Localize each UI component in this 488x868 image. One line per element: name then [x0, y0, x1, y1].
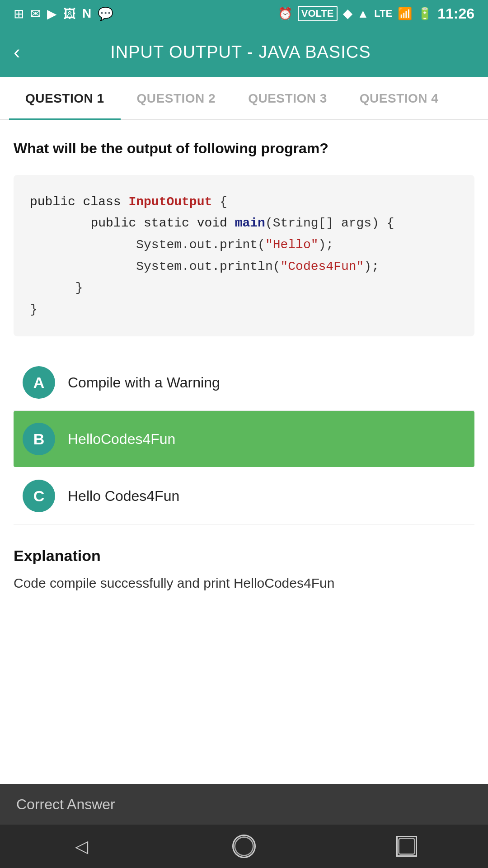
code-line-3: System.out.print("Hello");	[30, 234, 458, 256]
options-list: A Compile with a Warning B HelloCodes4Fu…	[14, 354, 474, 524]
code-line-2: public static void main(String[] args) {	[30, 212, 458, 234]
signal2-icon: 📶	[398, 7, 412, 21]
signal-icon: ▲	[357, 7, 369, 21]
option-b-text: HelloCodes4Fun	[68, 431, 175, 448]
svg-rect-1	[399, 839, 415, 854]
n-icon: N	[82, 6, 91, 21]
nav-back-button[interactable]: ◁	[63, 828, 99, 864]
nav-home-button[interactable]	[226, 828, 262, 864]
lte-icon: LTE	[374, 8, 392, 19]
correct-answer-bar[interactable]: Correct Answer	[0, 784, 488, 825]
photo-icon: 🖼	[63, 6, 76, 21]
option-c-badge: C	[23, 480, 55, 512]
explanation-text: Code compile successfully and print Hell…	[14, 573, 474, 593]
nav-recents-button[interactable]	[389, 828, 425, 864]
code-line-4: System.out.println("Codes4Fun");	[30, 256, 458, 278]
wifi-icon: ◆	[343, 7, 352, 21]
home-nav-icon	[232, 835, 256, 858]
code-line-5: }	[30, 277, 458, 299]
time-display: 11:26	[437, 5, 474, 22]
header-title: INPUT OUTPUT - JAVA BASICS	[34, 42, 474, 62]
content-area: What will be the output of following pro…	[0, 120, 488, 611]
explanation-section: Explanation Code compile successfully an…	[14, 547, 474, 593]
correct-answer-label: Correct Answer	[16, 796, 115, 813]
recents-nav-icon	[396, 836, 417, 857]
nav-bar: ◁	[0, 825, 488, 868]
mail-icon: ✉	[30, 6, 41, 21]
tabs-container: QUESTION 1 QUESTION 2 QUESTION 3 QUESTIO…	[0, 77, 488, 120]
code-line-6: }	[30, 299, 458, 321]
tab-question-2[interactable]: QUESTION 2	[121, 77, 232, 120]
status-icons-left: ⊞ ✉ ▶ 🖼 N 💬	[14, 6, 113, 21]
back-button[interactable]: ‹	[14, 42, 20, 62]
tab-question-4[interactable]: QUESTION 4	[343, 77, 455, 120]
grid-icon: ⊞	[14, 6, 24, 21]
msg-icon: 💬	[98, 6, 113, 21]
status-icons-right: ⏰ VOLTE ◆ ▲ LTE 📶 🔋 11:26	[278, 5, 474, 22]
question-text: What will be the output of following pro…	[14, 138, 474, 159]
volte-label: VOLTE	[298, 6, 338, 21]
tab-question-1[interactable]: QUESTION 1	[9, 77, 121, 120]
alarm-icon: ⏰	[278, 7, 292, 21]
option-a[interactable]: A Compile with a Warning	[14, 354, 474, 411]
code-block: public class InputOutput { public static…	[14, 175, 474, 337]
option-c-text: Hello Codes4Fun	[68, 488, 179, 505]
back-nav-icon: ◁	[75, 836, 88, 856]
status-bar: ⊞ ✉ ▶ 🖼 N 💬 ⏰ VOLTE ◆ ▲ LTE 📶 🔋 11:26	[0, 0, 488, 27]
option-c[interactable]: C Hello Codes4Fun	[14, 468, 474, 524]
explanation-title: Explanation	[14, 547, 474, 565]
option-a-text: Compile with a Warning	[68, 374, 220, 391]
code-line-1: public class InputOutput {	[30, 191, 458, 213]
svg-point-0	[235, 837, 253, 856]
option-b[interactable]: B HelloCodes4Fun	[14, 411, 474, 467]
youtube-icon: ▶	[47, 6, 57, 21]
option-b-badge: B	[23, 423, 55, 455]
tab-question-3[interactable]: QUESTION 3	[232, 77, 343, 120]
battery-icon: 🔋	[418, 7, 432, 21]
header: ‹ INPUT OUTPUT - JAVA BASICS	[0, 27, 488, 77]
option-a-badge: A	[23, 366, 55, 399]
